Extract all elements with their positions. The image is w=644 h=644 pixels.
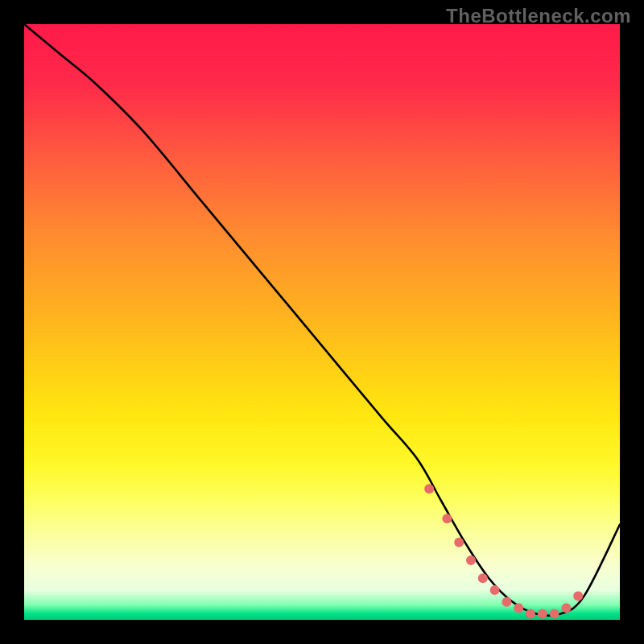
- highlight-dots-group: [424, 484, 583, 618]
- watermark-text: TheBottleneck.com: [446, 5, 631, 27]
- highlight-dot: [454, 538, 464, 547]
- highlight-dot: [442, 514, 452, 523]
- bottleneck-curve-line: [24, 24, 620, 616]
- highlight-dot: [573, 591, 583, 601]
- chart-frame: TheBottleneck.com: [0, 0, 644, 644]
- highlight-dot: [478, 573, 488, 583]
- highlight-dot: [490, 585, 500, 595]
- highlight-dot: [514, 603, 523, 613]
- highlight-dot: [561, 603, 571, 613]
- highlight-dot: [424, 484, 434, 493]
- plot-area: [24, 24, 620, 620]
- highlight-dot: [550, 609, 559, 619]
- highlight-dot: [502, 597, 511, 607]
- highlight-dot: [538, 609, 547, 619]
- chart-svg: [24, 24, 620, 620]
- highlight-dot: [526, 609, 535, 619]
- highlight-dot: [466, 555, 476, 565]
